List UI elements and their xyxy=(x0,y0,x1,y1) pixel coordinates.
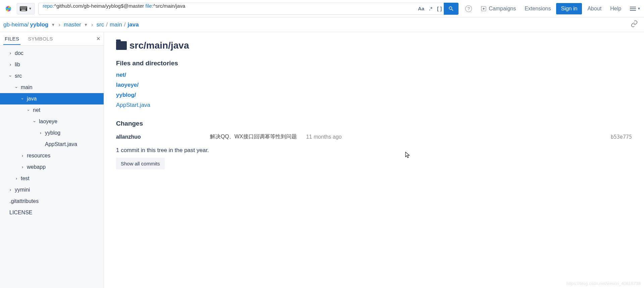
tree-item-java[interactable]: ›java xyxy=(0,93,104,104)
search-input[interactable]: repo:^github\.com/gb-heima/yyblog$@maste… xyxy=(39,3,418,14)
nav-about[interactable]: About xyxy=(584,6,605,12)
nav-campaigns[interactable]: Campaigns xyxy=(477,6,519,12)
copy-link-button[interactable] xyxy=(631,20,638,29)
close-sidebar-button[interactable]: × xyxy=(96,35,100,43)
tree-label: src xyxy=(15,73,22,79)
tree-label: net xyxy=(33,107,40,113)
campaigns-icon xyxy=(481,6,487,12)
tree-label: test xyxy=(21,175,30,182)
link-icon xyxy=(631,20,638,27)
svg-rect-18 xyxy=(24,8,25,9)
tree-item-yymini[interactable]: ›yymini xyxy=(0,184,104,196)
signin-button[interactable]: Sign in xyxy=(556,3,582,14)
tree-item-laoyeye[interactable]: ›laoyeye xyxy=(0,116,104,127)
nav-help[interactable]: Help xyxy=(607,6,625,12)
commit-row[interactable]: allanzhuo 解决QQ、WX接口回调幂等性到问题 11 months ag… xyxy=(116,133,632,140)
main-content: src/main/java Files and directories net/… xyxy=(104,32,644,288)
chevron-down-icon[interactable]: ▼ xyxy=(51,22,55,27)
breadcrumb-bar: gb-heima/yyblog ▼ › master ▼ › src/main/… xyxy=(0,17,644,32)
watermark: https://blog.csdn.net/weixin_40816738 xyxy=(567,281,641,286)
tree-item-gitattributes[interactable]: .gitattributes xyxy=(0,196,104,207)
svg-rect-20 xyxy=(21,9,26,10)
chevron-down-icon: › xyxy=(20,96,25,101)
tree-label: webapp xyxy=(27,164,46,170)
crumb-repo[interactable]: yyblog xyxy=(30,21,49,28)
crumb-path-seg[interactable]: java xyxy=(128,21,139,28)
tree-label: doc xyxy=(15,50,23,56)
chevron-down-icon[interactable]: ▼ xyxy=(84,22,88,27)
logo[interactable] xyxy=(3,4,13,14)
crumb-path-seg[interactable]: main xyxy=(110,21,122,28)
case-sensitive-toggle[interactable]: Aa xyxy=(418,6,424,11)
dir-link-laoyeye[interactable]: laoyeye/ xyxy=(116,82,632,88)
tree-item-net[interactable]: ›net xyxy=(0,104,104,116)
dir-link-net[interactable]: net/ xyxy=(116,72,632,78)
tree-item-test[interactable]: ›test xyxy=(0,173,104,184)
folder-icon xyxy=(116,41,127,50)
keyboard-shortcuts-button[interactable]: ▼ xyxy=(17,3,35,14)
chevron-right-icon: › xyxy=(8,62,13,67)
help-icon[interactable]: ? xyxy=(465,5,472,12)
tree-item-appstart[interactable]: AppStart.java xyxy=(0,139,104,150)
tree-item-lib[interactable]: ›lib xyxy=(0,59,104,70)
crumb-owner[interactable]: gb-heima/ xyxy=(3,21,29,28)
commit-message: 解决QQ、WX接口回调幂等性到问题 xyxy=(210,133,297,140)
query-repo-keyword: repo: xyxy=(43,3,54,9)
tree-label: laoyeye xyxy=(39,119,57,125)
files-heading: Files and directories xyxy=(116,60,632,67)
svg-rect-7 xyxy=(20,7,21,7)
tree-item-resources[interactable]: ›resources xyxy=(0,150,104,161)
svg-rect-9 xyxy=(22,7,23,7)
svg-rect-11 xyxy=(24,7,25,7)
tree-item-src[interactable]: ›src xyxy=(0,70,104,82)
svg-rect-8 xyxy=(21,7,22,7)
nav-extensions[interactable]: Extensions xyxy=(521,6,554,12)
svg-rect-15 xyxy=(22,8,22,9)
query-repo-value: ^github\.com/gb-heima/yyblog$@master xyxy=(54,3,145,9)
file-tree: ›doc ›lib ›src ›main ›java ›net ›laoyeye… xyxy=(0,46,104,288)
tree-label: java xyxy=(27,96,37,102)
chevron-right-icon: › xyxy=(20,153,25,158)
show-all-commits-button[interactable]: Show all commits xyxy=(116,158,165,169)
chevron-right-icon: › xyxy=(20,165,25,169)
tree-label: .gitattributes xyxy=(9,198,39,204)
search-bar: repo:^github\.com/gb-heima/yyblog$@maste… xyxy=(38,3,459,15)
tree-item-webapp[interactable]: ›webapp xyxy=(0,161,104,173)
svg-point-5 xyxy=(5,8,11,9)
sidebar-tabs: FILES SYMBOLS × xyxy=(0,32,104,46)
dir-link-yyblog[interactable]: yyblog/ xyxy=(116,92,632,98)
commit-when: 11 months ago xyxy=(306,134,342,140)
svg-rect-17 xyxy=(23,8,24,9)
chevron-down-icon: › xyxy=(32,119,37,124)
tab-files[interactable]: FILES xyxy=(3,33,20,45)
commit-author: allanzhuo xyxy=(116,134,203,140)
svg-rect-12 xyxy=(25,7,26,7)
structural-toggle[interactable]: [ ] xyxy=(437,6,442,11)
svg-rect-10 xyxy=(23,7,24,7)
tree-label: yyblog xyxy=(45,130,60,136)
chevron-down-icon: ▼ xyxy=(637,7,641,10)
page-title: src/main/java xyxy=(116,40,632,51)
chevron-right-icon: › xyxy=(91,21,93,28)
commit-summary: 1 commit in this tree in the past year. xyxy=(116,147,632,154)
file-link-appstart[interactable]: AppStart.java xyxy=(116,102,632,109)
search-button[interactable] xyxy=(444,3,459,15)
tree-item-yyblog[interactable]: ›yyblog xyxy=(0,127,104,139)
tree-item-license[interactable]: LICENSE xyxy=(0,207,104,218)
chevron-down-icon: › xyxy=(14,85,19,90)
tab-symbols[interactable]: SYMBOLS xyxy=(26,33,54,44)
query-file-value: ^src/main/java xyxy=(153,3,185,9)
file-list: net/ laoyeye/ yyblog/ AppStart.java xyxy=(116,72,632,109)
sidebar: FILES SYMBOLS × ›doc ›lib ›src ›main ›ja… xyxy=(0,32,104,288)
crumb-path-seg[interactable]: src xyxy=(97,21,104,28)
svg-rect-14 xyxy=(21,8,21,9)
tree-item-doc[interactable]: ›doc xyxy=(0,48,104,59)
chevron-right-icon: › xyxy=(38,131,43,135)
regex-toggle[interactable]: .* xyxy=(429,6,432,11)
tree-label: LICENSE xyxy=(9,210,32,216)
menu-button[interactable]: ▼ xyxy=(630,7,641,11)
header: ▼ repo:^github\.com/gb-heima/yyblog$@mas… xyxy=(0,0,644,17)
tree-item-main[interactable]: ›main xyxy=(0,82,104,93)
chevron-right-icon: › xyxy=(58,21,60,28)
crumb-branch[interactable]: master xyxy=(64,21,81,28)
